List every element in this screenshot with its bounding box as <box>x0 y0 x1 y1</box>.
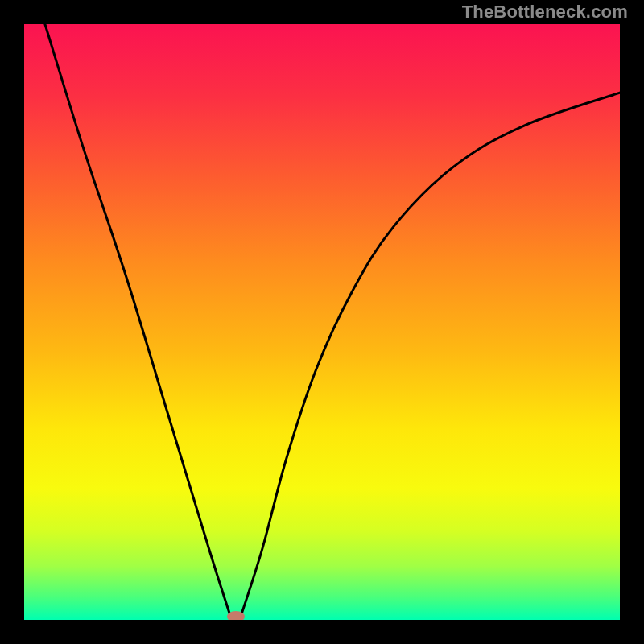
background-gradient <box>24 24 620 620</box>
watermark-text: TheBottleneck.com <box>462 2 628 23</box>
svg-rect-0 <box>24 24 620 620</box>
outer-frame: TheBottleneck.com <box>0 0 644 644</box>
plot-area <box>24 24 620 620</box>
minimum-marker <box>227 611 245 620</box>
